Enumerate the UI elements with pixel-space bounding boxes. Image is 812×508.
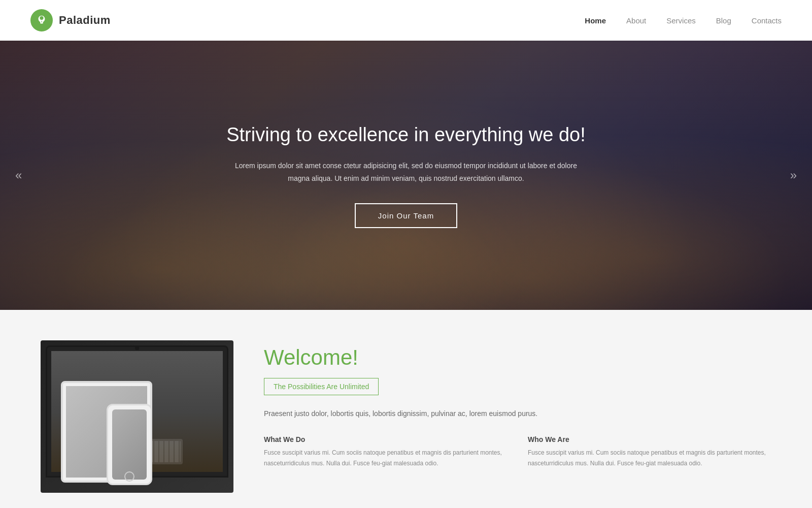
- content-section: Welcome! The Possibilities Are Unlimited…: [0, 310, 812, 508]
- phone-home-button: [124, 471, 134, 482]
- hero-next-arrow[interactable]: »: [785, 163, 802, 187]
- main-nav: Home About Services Blog Contacts: [585, 16, 782, 25]
- header: Paladium Home About Services Blog Contac…: [0, 0, 812, 41]
- nav-item-services[interactable]: Services: [666, 16, 696, 25]
- who-we-are-text: Fusce suscipit varius mi. Cum sociis nat…: [528, 448, 771, 468]
- nav-item-about[interactable]: About: [626, 16, 646, 25]
- hero-subtitle: Lorem ipsum dolor sit amet conse ctetur …: [223, 160, 589, 185]
- devices-image: [41, 340, 233, 493]
- intro-paragraph: Praesent justo dolor, lobortis quis, lob…: [264, 407, 771, 420]
- laptop-notch: [135, 347, 139, 350]
- what-we-do-column: What We Do Fusce suscipit varius mi. Cum…: [264, 435, 507, 468]
- who-we-are-heading: Who We Are: [528, 435, 771, 443]
- who-we-are-column: Who We Are Fusce suscipit varius mi. Cum…: [528, 435, 771, 468]
- phone-mockup: [107, 404, 152, 485]
- nav-item-home[interactable]: Home: [585, 16, 606, 25]
- logo-area: Paladium: [30, 9, 111, 31]
- welcome-content: Welcome! The Possibilities Are Unlimited…: [264, 340, 771, 468]
- what-we-do-text: Fusce suscipit varius mi. Cum sociis nat…: [264, 448, 507, 468]
- welcome-title: Welcome!: [264, 345, 771, 370]
- hero-content: Striving to excellence in everything we …: [203, 122, 609, 229]
- tagline-box: The Possibilities Are Unlimited: [264, 378, 379, 395]
- phone-screen: [112, 409, 147, 480]
- join-team-button[interactable]: Join Our Team: [355, 203, 457, 228]
- lightbulb-icon: [36, 15, 47, 26]
- hero-title: Striving to excellence in everything we …: [223, 122, 589, 147]
- nav-item-blog[interactable]: Blog: [716, 16, 731, 25]
- logo-text: Paladium: [59, 14, 111, 27]
- what-we-do-heading: What We Do: [264, 435, 507, 443]
- hero-section: « Striving to excellence in everything w…: [0, 41, 812, 310]
- logo-icon: [30, 9, 53, 31]
- nav-item-contacts[interactable]: Contacts: [752, 16, 782, 25]
- hero-prev-arrow[interactable]: «: [10, 163, 27, 187]
- two-column-section: What We Do Fusce suscipit varius mi. Cum…: [264, 435, 771, 468]
